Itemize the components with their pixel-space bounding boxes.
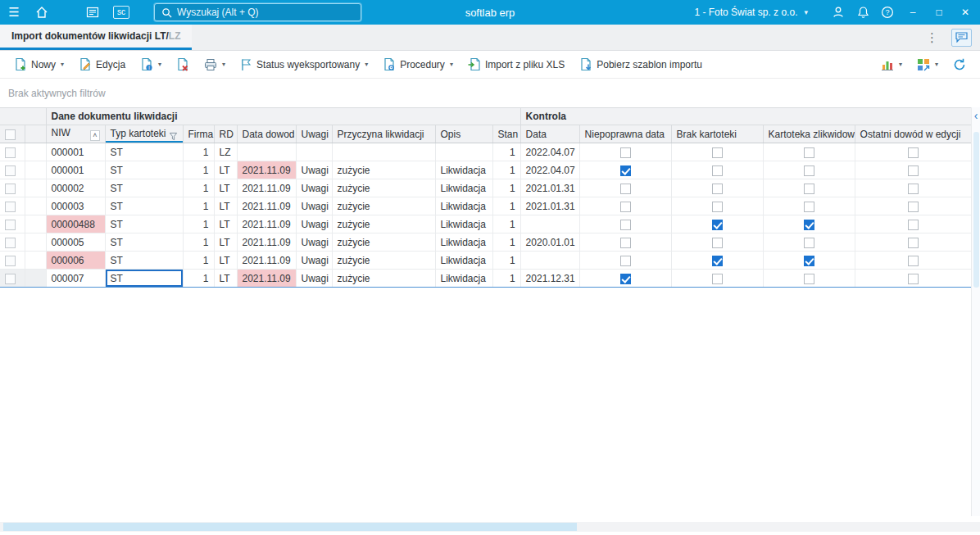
row-select-cell[interactable] (0, 197, 25, 215)
cell-ostatni_dowod[interactable] (855, 161, 971, 179)
home-icon[interactable] (29, 0, 54, 25)
cell-niepoprawna_data[interactable] (579, 179, 671, 197)
cell-opis[interactable]: Likwidacja (435, 197, 492, 215)
cell-ostatni_dowod[interactable] (855, 197, 971, 215)
procedures-button[interactable]: Procedury ▾ (377, 54, 459, 75)
cell-przyczyna[interactable]: zużycie (332, 233, 435, 252)
cell-typ[interactable]: ST (105, 161, 183, 179)
row-checkbox[interactable] (5, 256, 16, 266)
cell-firma[interactable]: 1 (183, 233, 214, 252)
row-checkbox[interactable] (5, 147, 16, 158)
kartoteka_zlikw-checkbox[interactable] (804, 202, 814, 212)
ostatni_dowod-checkbox[interactable] (908, 184, 919, 194)
cell-typ[interactable]: ST (105, 143, 183, 161)
table-row[interactable]: 000002ST1LT2021.11.09UwagizużycieLikwida… (0, 179, 971, 197)
cell-ostatni_dowod[interactable] (855, 252, 971, 270)
col-header-rd[interactable]: RD (214, 125, 237, 143)
row-checkbox[interactable] (5, 184, 16, 194)
cell-uwagi[interactable]: Uwagi (296, 215, 332, 233)
cell-rd[interactable]: LT (214, 233, 237, 252)
niepoprawna_data-checkbox[interactable] (620, 165, 631, 176)
cell-stan[interactable]: 1 (492, 233, 520, 252)
comments-button[interactable] (951, 29, 972, 47)
table-row[interactable]: 000003ST1LT2021.11.09UwagizużycieLikwida… (0, 197, 971, 215)
sort-ascending-icon[interactable]: ˄ (90, 130, 99, 141)
cell-firma[interactable]: 1 (183, 161, 214, 179)
brak_kartoteki-checkbox[interactable] (712, 165, 723, 176)
cell-firma[interactable]: 1 (183, 252, 214, 270)
table-row[interactable]: 00000488ST1LT2021.11.09UwagizużycieLikwi… (0, 215, 971, 233)
bell-icon[interactable] (851, 0, 875, 25)
cell-data[interactable]: 2022.04.07 (520, 143, 579, 161)
cell-brak_kartoteki[interactable] (671, 197, 763, 215)
col-header-data[interactable]: Data (520, 125, 579, 143)
cell-typ[interactable]: ST (105, 179, 183, 197)
cell-uwagi[interactable]: Uwagi (296, 161, 332, 179)
cell-kartoteka_zlikw[interactable] (763, 179, 855, 197)
horizontal-scrollbar[interactable] (0, 522, 980, 532)
chart-view-button[interactable]: ▾ (875, 54, 908, 75)
status-exported-button[interactable]: Status wyeksportowany ▾ (234, 54, 374, 75)
cell-rd[interactable]: LT (214, 252, 237, 270)
maximize-button[interactable]: □ (926, 0, 952, 25)
row-select-cell[interactable] (0, 252, 25, 270)
row-select-cell[interactable] (0, 233, 25, 252)
cell-uwagi[interactable]: Uwagi (296, 270, 332, 288)
cell-przyczyna[interactable]: zużycie (332, 215, 435, 233)
brak_kartoteki-checkbox[interactable] (712, 202, 723, 212)
col-header-przyczyna[interactable]: Przyczyna likwidacji (332, 125, 435, 143)
cell-stan[interactable]: 1 (492, 143, 520, 161)
cell-data[interactable]: 2021.12.31 (520, 270, 579, 288)
kartoteka_zlikw-checkbox[interactable] (804, 184, 814, 194)
cell-niw[interactable]: 000002 (46, 179, 105, 197)
cell-ostatni_dowod[interactable] (855, 270, 971, 288)
brak_kartoteki-checkbox[interactable] (712, 274, 723, 284)
cell-opis[interactable] (435, 143, 492, 161)
document-info-button[interactable]: i ▾ (134, 54, 167, 75)
edit-button[interactable]: Edycja (73, 54, 131, 75)
kartoteka_zlikw-checkbox[interactable] (804, 256, 814, 266)
cell-data[interactable] (520, 215, 579, 233)
cell-niepoprawna_data[interactable] (579, 252, 671, 270)
cell-przyczyna[interactable]: zużycie (332, 252, 435, 270)
cell-data_dowodu[interactable]: 2021.11.09 (237, 252, 296, 270)
cell-ostatni_dowod[interactable] (855, 215, 971, 233)
niepoprawna_data-checkbox[interactable] (620, 274, 631, 284)
niepoprawna_data-checkbox[interactable] (620, 238, 631, 248)
cell-firma[interactable]: 1 (183, 197, 214, 215)
ostatni_dowod-checkbox[interactable] (908, 220, 919, 230)
row-select-cell[interactable] (0, 270, 25, 288)
ostatni_dowod-checkbox[interactable] (908, 202, 919, 212)
table-row[interactable]: 000001ST1LT2021.11.09UwagizużycieLikwida… (0, 161, 971, 179)
table-row[interactable]: 000001ST1LZ12022.04.07 (0, 143, 971, 161)
cell-opis[interactable]: Likwidacja (435, 270, 492, 288)
col-header-niw[interactable]: ˄NIW (46, 125, 105, 143)
cell-rd[interactable]: LT (214, 215, 237, 233)
cell-opis[interactable]: Likwidacja (435, 233, 492, 252)
cell-niw[interactable]: 000007 (46, 270, 105, 288)
ostatni_dowod-checkbox[interactable] (908, 238, 919, 248)
cell-uwagi[interactable]: Uwagi (296, 197, 332, 215)
col-header-opis[interactable]: Opis (435, 125, 492, 143)
kartoteka_zlikw-checkbox[interactable] (804, 147, 814, 158)
cell-przyczyna[interactable]: zużycie (332, 197, 435, 215)
col-header-stan[interactable]: Stan (492, 125, 520, 143)
cell-niw[interactable]: 000006 (46, 252, 105, 270)
cell-typ[interactable]: ST (105, 233, 183, 252)
cell-brak_kartoteki[interactable] (671, 179, 763, 197)
cell-typ[interactable]: ST (105, 270, 183, 288)
user-icon[interactable] (826, 0, 851, 25)
cell-rd[interactable]: LT (214, 179, 237, 197)
col-header-brak-kartoteki[interactable]: Brak kartoteki (671, 125, 763, 143)
col-header-data-dowodu[interactable]: Data dowod (237, 125, 296, 143)
company-selector[interactable]: 1 - Foto Świat sp. z o.o. ▾ (694, 7, 808, 18)
delete-document-button[interactable] (170, 54, 195, 75)
cell-przyczyna[interactable] (332, 143, 435, 161)
cell-kartoteka_zlikw[interactable] (763, 161, 855, 179)
col-header-kartoteka-zlikwidowana[interactable]: Kartoteka zlikwidow (763, 125, 855, 143)
cell-rd[interactable]: LT (214, 197, 237, 215)
cell-typ[interactable]: ST (105, 215, 183, 233)
kartoteka_zlikw-checkbox[interactable] (804, 274, 814, 284)
row-checkbox[interactable] (5, 165, 16, 176)
cell-brak_kartoteki[interactable] (671, 215, 763, 233)
